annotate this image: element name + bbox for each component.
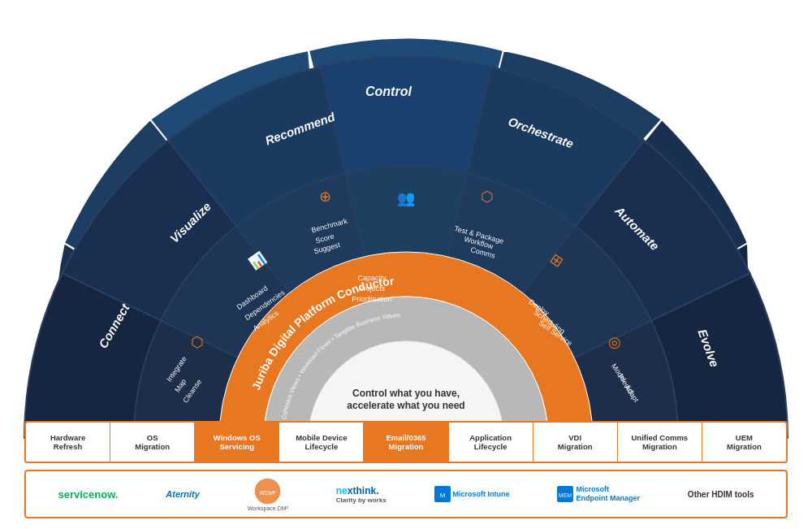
diagram-svg: Connect Visualize Recommend Control Orch… — [0, 0, 812, 439]
svg-text:MEM: MEM — [559, 492, 572, 498]
acc-unified-comms[interactable]: Unified Comms Migration — [618, 423, 702, 462]
acc-os-migration[interactable]: OS Migration — [110, 423, 195, 462]
acc-windows-os-servicing[interactable]: Windows OS Servicing — [195, 423, 279, 462]
partner-endpoint-manager: MEM MicrosoftEndpoint Manager — [557, 485, 640, 503]
icon-recommend: ⊕ — [319, 189, 331, 205]
icon-evolve: ◎ — [608, 334, 621, 350]
icon-connect: ⬡ — [191, 334, 204, 350]
acc-vdi-migration[interactable]: VDI Migration — [533, 423, 618, 462]
accelerators-bar: Hardware Refresh OS Migration Windows OS… — [24, 421, 788, 463]
outer-seg-control — [321, 57, 491, 173]
partners-bar: servicenow. Aternity WDM² Workspace DM² … — [24, 470, 788, 518]
svg-text:WDM²: WDM² — [260, 490, 276, 496]
acc-mobile-device[interactable]: Mobile Device Lifecycle — [279, 423, 364, 462]
svg-text:M: M — [439, 492, 445, 499]
acc-hardware-refresh[interactable]: Hardware Refresh — [26, 423, 110, 462]
partner-workspace-dmc: WDM² Workspace DM² — [248, 477, 288, 511]
partner-other-hdim: Other HDIM tools — [688, 490, 754, 499]
center-line2: accelerate what you need — [347, 400, 464, 411]
diagram-area: Connect Visualize Recommend Control Orch… — [0, 0, 812, 463]
icon-orchestrate: ⬡ — [481, 189, 494, 205]
acc-uem-migration[interactable]: UEM Migration — [702, 423, 786, 462]
acc-email-migration[interactable]: Email/0365 Migration — [364, 423, 448, 462]
acc-application-lifecycle[interactable]: Application Lifecycle — [449, 423, 533, 462]
partner-nexthink: nexthink. Clarity by works — [336, 485, 387, 504]
main-container: Connect Visualize Recommend Control Orch… — [0, 0, 812, 529]
partner-servicenow: servicenow. — [58, 488, 118, 501]
sub-control-3: Prioritisation — [352, 295, 392, 303]
partner-aternity: Aternity — [166, 489, 200, 499]
label-control: Control — [365, 85, 412, 98]
mid-seg-control — [345, 167, 467, 257]
partner-intune: M Microsoft Intune — [434, 486, 510, 502]
icon-control: 👥 — [397, 189, 416, 207]
center-line1: Control what you have, — [352, 388, 460, 399]
